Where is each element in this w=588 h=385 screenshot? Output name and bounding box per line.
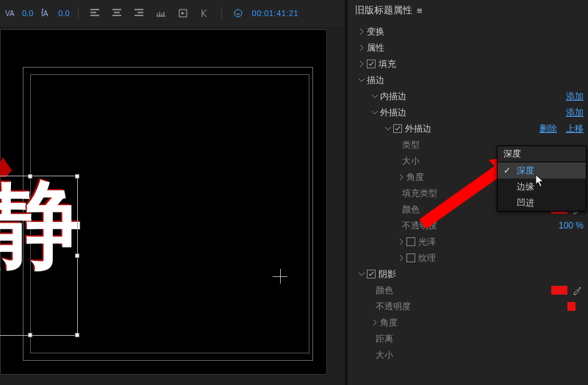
label-sheen: 光泽	[418, 236, 436, 248]
title-canvas[interactable]: 静	[0, 29, 327, 375]
chevron-down-icon[interactable]	[370, 91, 380, 101]
label-distance: 距离	[376, 333, 393, 345]
label-outer-stroke: 外描边	[380, 107, 406, 119]
timecode[interactable]: 00:01:41:21	[252, 9, 299, 18]
label-fill-type: 填充类型	[402, 187, 437, 200]
title-toolbar: VA 0.0 tA 0.0 00:01:41:21	[0, 0, 344, 26]
label-fill: 填充	[379, 58, 396, 71]
label-opacity: 不透明度	[402, 220, 437, 232]
row-fill[interactable]: 填充	[348, 56, 588, 72]
label-shadow-angle: 角度	[380, 317, 398, 329]
option-label: 深度	[517, 165, 534, 177]
label-shadow: 阴影	[379, 268, 396, 281]
label-shadow-opacity: 不透明度	[376, 301, 411, 313]
row-transform[interactable]: 变换	[348, 24, 588, 40]
resize-handle[interactable]	[75, 174, 79, 179]
label-shadow-size: 大小	[376, 349, 393, 361]
checkbox-outer-stroke[interactable]	[393, 124, 402, 133]
row-sheen[interactable]: 光泽	[348, 234, 588, 250]
chevron-right-icon[interactable]	[356, 43, 367, 53]
row-opacity[interactable]: 不透明度 100 %	[348, 217, 588, 234]
chevron-down-icon[interactable]	[356, 269, 367, 279]
label-properties: 属性	[367, 42, 384, 54]
label-angle: 角度	[406, 171, 424, 184]
option-label: 凹进	[517, 197, 534, 209]
chevron-right-icon[interactable]	[356, 59, 367, 69]
svg-text:VA: VA	[5, 10, 15, 18]
kerning-icon[interactable]: VA	[3, 5, 19, 21]
option-label: 边缘	[517, 181, 534, 193]
anchor-crosshair	[280, 269, 281, 284]
chevron-right-icon[interactable]	[396, 253, 406, 263]
row-shadow[interactable]: 阴影	[348, 266, 588, 282]
label-type: 类型	[402, 139, 420, 151]
label-size: 大小	[402, 155, 420, 168]
label-inner-stroke: 内描边	[380, 90, 406, 103]
resize-handle[interactable]	[28, 333, 32, 337]
label-color: 颜色	[402, 204, 420, 216]
moveup-stroke-link[interactable]: 上移	[566, 123, 584, 135]
add-inner-stroke-link[interactable]: 添加	[566, 90, 584, 103]
chevron-right-icon[interactable]	[356, 26, 367, 37]
tab-stops-icon[interactable]	[153, 5, 169, 21]
svg-point-2	[234, 10, 242, 17]
delete-stroke-link[interactable]: 删除	[539, 123, 557, 135]
label-stroke: 描边	[367, 74, 384, 87]
shadow-opacity-swatch[interactable]	[567, 302, 584, 311]
align-right-icon[interactable]	[131, 5, 147, 21]
baseline-shift-icon[interactable]: tA	[39, 5, 55, 21]
row-shadow-angle[interactable]: 角度	[348, 314, 588, 331]
chevron-right-icon[interactable]	[396, 172, 406, 182]
svg-text:tA: tA	[41, 10, 49, 18]
show-video-icon[interactable]	[175, 5, 191, 21]
add-outer-stroke-link[interactable]: 添加	[566, 107, 584, 119]
label-outer-stroke-item: 外描边	[405, 123, 431, 135]
shadow-color-swatch[interactable]	[551, 286, 567, 295]
opacity-value[interactable]: 100 %	[559, 220, 584, 231]
chevron-right-icon[interactable]	[370, 317, 380, 328]
row-texture[interactable]: 纹理	[348, 250, 588, 266]
row-outer-stroke-item[interactable]: 外描边 删除 上移	[348, 120, 588, 137]
panel-menu-icon[interactable]: ≡	[417, 5, 423, 16]
row-distance[interactable]: 距离	[348, 331, 588, 347]
label-shadow-color: 颜色	[376, 284, 393, 297]
prev-frame-icon[interactable]	[197, 5, 213, 21]
checkbox-texture[interactable]	[406, 253, 415, 262]
dropdown-option[interactable]: 边缘	[498, 179, 586, 195]
resize-handle[interactable]	[75, 333, 79, 337]
chevron-down-icon[interactable]	[370, 107, 380, 118]
checkbox-sheen[interactable]	[406, 237, 415, 246]
baseline-value[interactable]: 0.0	[58, 9, 69, 18]
panel-header: 旧版标题属性 ≡	[348, 0, 588, 21]
row-inner-stroke[interactable]: 内描边 添加	[348, 88, 588, 104]
dropdown-option[interactable]: ✓ 深度	[498, 162, 586, 179]
row-shadow-opacity[interactable]: 不透明度	[348, 298, 588, 314]
panel-title: 旧版标题属性	[355, 4, 412, 17]
row-shadow-color[interactable]: 颜色	[348, 282, 588, 298]
row-properties[interactable]: 属性	[348, 40, 588, 56]
check-icon: ✓	[503, 165, 512, 176]
chevron-down-icon[interactable]	[383, 123, 393, 134]
sync-icon[interactable]	[230, 5, 246, 21]
selection-bounds[interactable]	[0, 176, 78, 336]
divider	[78, 7, 79, 20]
checkbox-shadow[interactable]	[367, 270, 376, 278]
row-shadow-size[interactable]: 大小	[348, 347, 588, 363]
checkbox-fill[interactable]	[367, 60, 376, 68]
monitor-pane: VA 0.0 tA 0.0 00:01:41:21 静	[0, 0, 344, 385]
resize-handle[interactable]	[28, 174, 32, 179]
align-center-icon[interactable]	[109, 5, 125, 21]
align-left-icon[interactable]	[87, 5, 103, 21]
resize-handle[interactable]	[75, 253, 79, 258]
eyedropper-icon[interactable]	[572, 284, 584, 296]
label-transform: 变换	[367, 26, 384, 38]
chevron-down-icon[interactable]	[356, 75, 367, 85]
kerning-value[interactable]: 0.0	[22, 9, 33, 18]
dropdown-current[interactable]: 深度	[498, 146, 586, 162]
dropdown-option[interactable]: 凹进	[498, 195, 586, 211]
row-stroke[interactable]: 描边	[348, 72, 588, 88]
row-outer-stroke[interactable]: 外描边 添加	[348, 104, 588, 120]
divider	[221, 7, 222, 20]
chevron-right-icon[interactable]	[396, 237, 406, 247]
type-dropdown[interactable]: 深度 ✓ 深度 边缘 凹进	[497, 145, 587, 212]
